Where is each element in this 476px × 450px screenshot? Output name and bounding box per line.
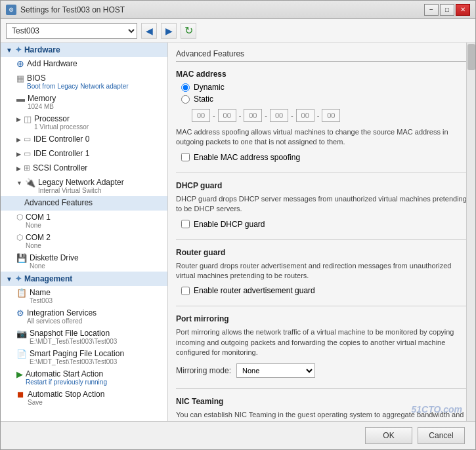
sidebar-item-add-hardware[interactable]: ⊕ Add Hardware — [1, 57, 167, 72]
mac-dynamic-option: Dynamic — [181, 83, 467, 92]
close-button[interactable]: ✕ — [456, 4, 470, 16]
bios-icon: ▦ — [16, 73, 24, 83]
mac-dynamic-radio[interactable] — [181, 83, 190, 92]
mac-description: MAC address spoofing allows virtual mach… — [176, 127, 467, 148]
integration-icon: ⚙ — [16, 308, 24, 318]
dhcp-guard-section: DHCP guard DHCP guard drops DHCP server … — [176, 181, 467, 229]
router-guard-section: Router guard Router guard drops router a… — [176, 248, 467, 296]
legacy-network-sublabel: Internal Virtual Switch — [38, 187, 124, 194]
dhcp-guard-checkbox[interactable] — [181, 220, 190, 228]
dhcp-guard-description: DHCP guard drops DHCP server messages fr… — [176, 194, 467, 215]
hardware-expand-icon: ▼ — [6, 47, 12, 54]
toolbar: Test003 ◀ ▶ ↻ — [1, 19, 475, 43]
sidebar-item-processor[interactable]: ▶ ◫ Processor 1 Virtual processor — [1, 112, 167, 133]
mac-field-1[interactable] — [192, 109, 210, 122]
mac-fields: - - - - - — [192, 109, 467, 122]
mac-field-4[interactable] — [270, 109, 288, 122]
mac-address-title: MAC address — [176, 70, 467, 79]
mac-field-5[interactable] — [296, 109, 314, 122]
sidebar-item-com1[interactable]: ⬡ COM 1 None — [1, 211, 167, 231]
title-bar-buttons: − □ ✕ — [424, 4, 470, 16]
com2-icon: ⬡ — [16, 233, 23, 242]
processor-expand: ▶ — [16, 116, 21, 123]
stop-action-sublabel: Save — [28, 399, 104, 406]
start-action-icon: ▶ — [16, 369, 23, 379]
management-star-icon: ✦ — [15, 274, 22, 283]
ide0-expand: ▶ — [16, 136, 21, 143]
forward-button[interactable]: ▶ — [161, 23, 177, 39]
maximize-button[interactable]: □ — [440, 4, 454, 16]
ok-button[interactable]: OK — [365, 427, 412, 444]
port-mirroring-description: Port mirroring allows the network traffi… — [176, 327, 467, 358]
legacy-network-expand: ▼ — [16, 180, 22, 186]
name-sublabel: Test003 — [30, 297, 53, 304]
divider-3 — [176, 306, 467, 306]
hardware-section-header: ▼ ✦ Hardware — [1, 43, 167, 57]
window-icon: ⚙ — [6, 5, 16, 15]
sidebar-item-ide0[interactable]: ▶ ▭ IDE Controller 0 — [1, 133, 167, 147]
divider-1 — [176, 173, 467, 173]
sidebar-item-scsi[interactable]: ▶ ⊞ SCSI Controller — [1, 161, 167, 176]
dhcp-guard-title: DHCP guard — [176, 181, 467, 190]
ide1-label: IDE Controller 1 — [33, 149, 89, 158]
mirroring-mode-label: Mirroring mode: — [176, 366, 231, 375]
mac-static-label: Static — [194, 94, 213, 104]
mac-static-radio[interactable] — [181, 95, 190, 104]
mac-field-2[interactable] — [218, 109, 236, 122]
integration-label: Integration Services — [27, 308, 97, 317]
main-window: ⚙ Settings for Test003 on HOST − □ ✕ Tes… — [0, 0, 476, 450]
mac-dynamic-label: Dynamic — [194, 83, 225, 92]
memory-sublabel: 1024 MB — [28, 103, 56, 110]
refresh-button[interactable]: ↻ — [181, 23, 196, 39]
dhcp-guard-label: Enable DHCP guard — [194, 220, 265, 229]
com2-sublabel: None — [26, 242, 51, 249]
router-guard-checkbox[interactable] — [181, 287, 190, 295]
mac-field-3[interactable] — [244, 109, 262, 122]
sidebar-item-paging[interactable]: 📄 Smart Paging File Location E:\MDT_Test… — [1, 347, 167, 367]
sidebar-item-memory[interactable]: ▬ Memory 1024 MB — [1, 92, 167, 112]
sidebar-item-advanced-features[interactable]: Advanced Features — [1, 196, 167, 211]
mac-field-6[interactable] — [322, 109, 340, 122]
paging-label: Smart Paging File Location — [30, 349, 124, 358]
window-title: Settings for Test003 on HOST — [20, 5, 125, 14]
mac-spoofing-checkbox[interactable] — [181, 153, 190, 161]
add-hardware-label: Add Hardware — [27, 59, 77, 68]
router-guard-option: Enable router advertisement guard — [181, 286, 467, 295]
sidebar-item-integration[interactable]: ⚙ Integration Services All services offe… — [1, 306, 167, 327]
sidebar-item-ide1[interactable]: ▶ ▭ IDE Controller 1 — [1, 147, 167, 161]
diskette-sublabel: None — [30, 262, 79, 270]
start-action-sublabel: Restart if previously running — [26, 378, 107, 386]
cancel-button[interactable]: Cancel — [418, 427, 465, 444]
processor-sublabel: 1 Virtual processor — [34, 123, 89, 131]
stop-action-label: Automatic Stop Action — [28, 390, 104, 399]
snapshot-label: Snapshot File Location — [30, 329, 117, 338]
back-button[interactable]: ◀ — [141, 23, 157, 39]
management-expand-icon: ▼ — [6, 276, 12, 283]
watermark: 51CTO.com — [411, 404, 462, 415]
sidebar-item-start-action[interactable]: ▶ Automatic Start Action Restart if prev… — [1, 367, 167, 388]
sidebar-item-diskette[interactable]: 💾 Diskette Drive None — [1, 251, 167, 272]
router-guard-label: Enable router advertisement guard — [194, 286, 315, 295]
vm-selector[interactable]: Test003 — [6, 23, 137, 39]
sidebar-item-snapshot[interactable]: 📷 Snapshot File Location E:\MDT_Test\Tes… — [1, 327, 167, 347]
footer: OK Cancel — [1, 421, 475, 449]
right-panel: Advanced Features MAC address Dynamic St… — [168, 43, 475, 421]
com1-sublabel: None — [26, 222, 51, 229]
sidebar-item-stop-action[interactable]: ⏹ Automatic Stop Action Save — [1, 388, 167, 408]
sidebar-item-com2[interactable]: ⬡ COM 2 None — [1, 231, 167, 251]
port-mirroring-section: Port mirroring Port mirroring allows the… — [176, 314, 467, 377]
title-bar-left: ⚙ Settings for Test003 on HOST — [6, 5, 125, 15]
com1-icon: ⬡ — [16, 213, 23, 222]
snapshot-sublabel: E:\MDT_Test\Test003\Test003 — [30, 338, 117, 345]
router-guard-title: Router guard — [176, 248, 467, 257]
network-icon: 🔌 — [25, 178, 35, 188]
com1-label: COM 1 — [26, 213, 51, 222]
divider-4 — [176, 388, 467, 389]
minimize-button[interactable]: − — [424, 4, 439, 16]
sidebar-item-name[interactable]: 📋 Name Test003 — [1, 286, 167, 306]
mirroring-mode-select[interactable]: None Source Destination — [236, 363, 315, 378]
add-hardware-icon: ⊕ — [16, 58, 24, 69]
scrollbar[interactable] — [466, 43, 475, 421]
sidebar-item-legacy-network[interactable]: ▼ 🔌 Legacy Network Adapter Internal Virt… — [1, 176, 167, 196]
sidebar-item-bios[interactable]: ▦ BIOS Boot from Legacy Network adapter — [1, 72, 167, 92]
